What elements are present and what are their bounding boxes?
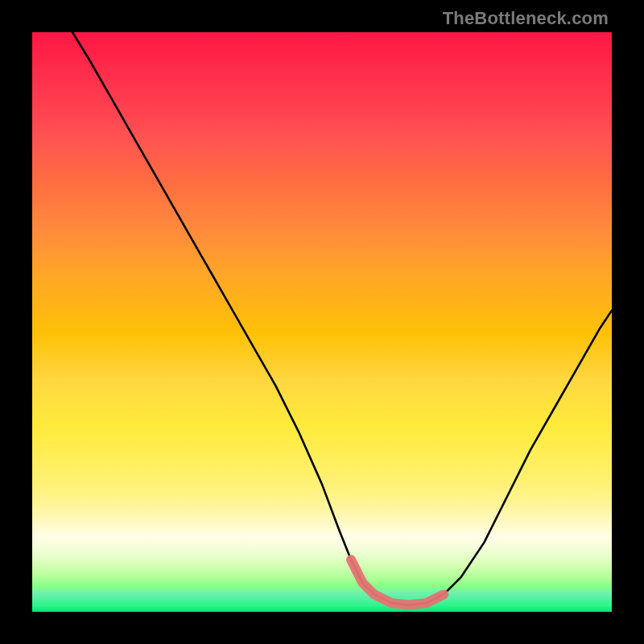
bottleneck-curve-path	[72, 32, 612, 605]
curve-layer	[32, 32, 612, 612]
attribution-text: TheBottleneck.com	[443, 8, 609, 29]
chart-canvas: TheBottleneck.com	[0, 0, 644, 644]
optimal-segment-path	[351, 559, 444, 605]
